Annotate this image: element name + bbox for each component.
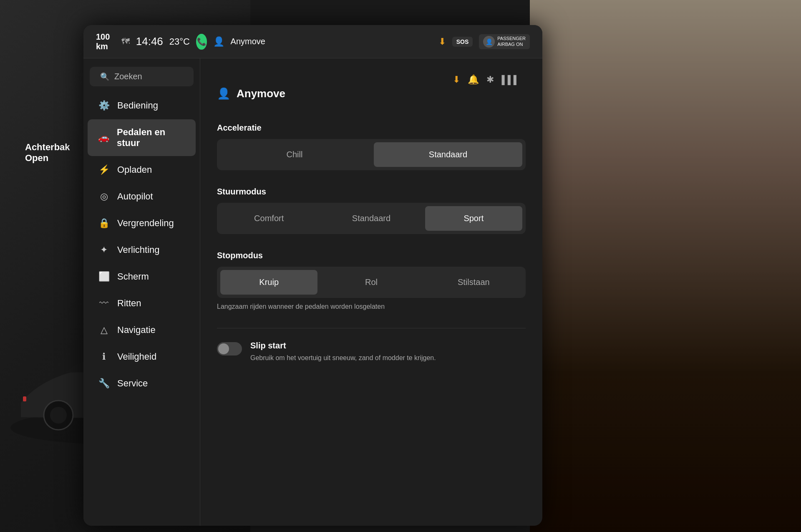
download-icon-top: ⬇ — [438, 36, 446, 47]
clock-display: 14:46 — [136, 35, 163, 48]
sidebar-item-verlichting[interactable]: ✦ Verlichting — [88, 237, 196, 263]
sidebar: 🔍 Zoeken ⚙️ Bediening 🚗 Pedalen en stuur… — [83, 58, 200, 526]
sidebar-item-scherm[interactable]: ⬜ Scherm — [88, 264, 196, 290]
stilstaan-button[interactable]: Stilstaan — [425, 270, 522, 295]
veiligheid-label: Veiligheid — [117, 351, 156, 362]
pedalen-label: Pedalen en stuur — [117, 127, 185, 149]
pedalen-icon: 🚗 — [98, 132, 109, 143]
slip-start-description: Gebruik om het voertuig uit sneeuw, zand… — [250, 353, 526, 363]
signal-icon: ▌▌▌ — [501, 75, 519, 85]
map-icon: 🗺 — [121, 37, 130, 46]
ritten-icon: 〰 — [98, 298, 110, 309]
chill-button[interactable]: Chill — [220, 142, 369, 167]
navigatie-label: Navigatie — [117, 325, 156, 335]
svg-point-2 — [50, 407, 67, 424]
vergrendeling-label: Vergrendeling — [117, 218, 174, 229]
ritten-label: Ritten — [117, 298, 141, 309]
airbag-indicator: 👤 PASSENGERAIRBAG ON — [479, 34, 530, 49]
slip-start-label-area: Slip start Gebruik om het voertuig uit s… — [250, 341, 526, 363]
sidebar-item-service[interactable]: 🔧 Service — [88, 371, 196, 396]
kruip-button[interactable]: Kruip — [220, 270, 317, 295]
sidebar-item-opladen[interactable]: ⚡ Opladen — [88, 157, 196, 183]
verlichting-label: Verlichting — [117, 245, 160, 255]
sidebar-item-pedalen[interactable]: 🚗 Pedalen en stuur — [88, 119, 196, 156]
scherm-label: Scherm — [117, 271, 149, 282]
download-icon: ⬇ — [453, 74, 460, 85]
comfort-button[interactable]: Comfort — [220, 206, 317, 231]
stopmodus-button-group: Kruip Rol Stilstaan — [217, 267, 526, 298]
profile-person-icon: 👤 — [217, 87, 230, 100]
sidebar-item-bediening[interactable]: ⚙️ Bediening — [88, 93, 196, 119]
stuurmodus-button-group: Comfort Standaard Sport — [217, 203, 526, 234]
main-content: ⬇ 🔔 ✱ ▌▌▌ 👤 Anymove Acceleratie Chill St… — [200, 58, 542, 526]
search-bar[interactable]: 🔍 Zoeken — [90, 67, 194, 86]
slip-start-section: Slip start Gebruik om het voertuig uit s… — [217, 341, 526, 363]
verlichting-icon: ✦ — [98, 245, 110, 255]
sos-button[interactable]: SOS — [452, 37, 473, 47]
svg-rect-6 — [23, 396, 26, 401]
sidebar-item-veiligheid[interactable]: ℹ Veiligheid — [88, 344, 196, 370]
sidebar-item-ritten[interactable]: 〰 Ritten — [88, 290, 196, 316]
person-icon: 👤 — [213, 36, 224, 47]
bediening-icon: ⚙️ — [98, 100, 110, 111]
sidebar-item-vergrendeling[interactable]: 🔒 Vergrendeling — [88, 210, 196, 236]
sport-button[interactable]: Sport — [425, 206, 522, 231]
sub-status-bar: ⬇ 🔔 ✱ ▌▌▌ — [217, 71, 526, 85]
speed-display: 100 km — [96, 32, 115, 51]
acceleratie-section: Acceleratie Chill Standaard — [217, 123, 526, 170]
profile-name: Anymove — [237, 87, 285, 100]
phone-icon[interactable]: 📞 — [196, 34, 207, 50]
stopmodus-description: Langzaam rijden wanneer de pedalen worde… — [217, 302, 526, 311]
opladen-icon: ⚡ — [98, 164, 110, 175]
slip-start-title: Slip start — [250, 341, 526, 350]
autopilot-icon: ◎ — [98, 191, 110, 202]
stuurmodus-title: Stuurmodus — [217, 187, 526, 197]
navigatie-icon: △ — [98, 325, 110, 335]
rol-button[interactable]: Rol — [322, 270, 420, 295]
airbag-icon: 👤 — [483, 36, 495, 48]
search-icon: 🔍 — [100, 72, 109, 81]
slip-start-toggle[interactable] — [217, 342, 242, 356]
bell-icon: 🔔 — [468, 74, 479, 85]
scherm-icon: ⬜ — [98, 271, 110, 282]
sidebar-item-autopilot[interactable]: ◎ Autopilot — [88, 184, 196, 209]
stopmodus-section: Stopmodus Kruip Rol Stilstaan Langzaam r… — [217, 251, 526, 311]
service-icon: 🔧 — [98, 378, 110, 389]
acceleratie-title: Acceleratie — [217, 123, 526, 133]
stopmodus-title: Stopmodus — [217, 251, 526, 260]
vergrendeling-icon: 🔒 — [98, 218, 110, 229]
interior-overlay — [530, 0, 801, 532]
sidebar-item-navigatie[interactable]: △ Navigatie — [88, 317, 196, 343]
stuurmodus-section: Stuurmodus Comfort Standaard Sport — [217, 187, 526, 234]
profile-header: 👤 Anymove — [217, 87, 526, 108]
acceleratie-button-group: Chill Standaard — [217, 139, 526, 170]
bluetooth-icon: ✱ — [486, 74, 494, 85]
bediening-label: Bediening — [117, 100, 158, 111]
section-divider — [217, 328, 526, 328]
service-label: Service — [117, 378, 148, 389]
autopilot-label: Autopilot — [117, 191, 153, 202]
veiligheid-icon: ℹ — [98, 351, 110, 362]
standaard-stuur-button[interactable]: Standaard — [322, 206, 420, 231]
airbag-text: PASSENGERAIRBAG ON — [497, 36, 526, 47]
status-bar: 100 km 🗺 14:46 23°C 📞 👤 Anymove ⬇ SOS 👤 … — [83, 25, 542, 58]
toggle-knob — [218, 343, 229, 354]
search-label: Zoeken — [114, 72, 142, 81]
standaard-accel-button[interactable]: Standaard — [374, 142, 522, 167]
main-screen: 100 km 🗺 14:46 23°C 📞 👤 Anymove ⬇ SOS 👤 … — [83, 25, 542, 526]
trunk-status: Achterbak Open — [25, 142, 70, 164]
temperature-display: 23°C — [169, 36, 190, 47]
opladen-label: Opladen — [117, 164, 152, 175]
driver-name-top: Anymove — [231, 37, 265, 46]
